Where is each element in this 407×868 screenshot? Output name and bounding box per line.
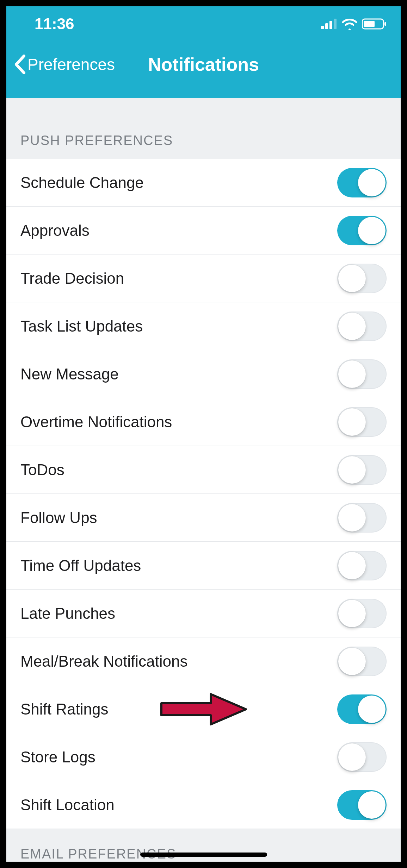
toggle-switch[interactable] [337,551,387,580]
back-button[interactable]: Preferences [13,55,115,74]
section-header-email: EMAIL PREFERENCES [6,829,401,862]
setting-label: Schedule Change [20,174,144,191]
setting-row: New Message [6,350,401,398]
setting-row: Shift Ratings [6,685,401,733]
status-icons [321,18,387,30]
setting-row: Shift Location [6,781,401,829]
setting-row: Approvals [6,207,401,254]
home-indicator [140,853,267,857]
toggle-switch[interactable] [337,216,387,245]
toggle-knob [338,313,366,340]
toggle-switch[interactable] [337,694,387,724]
toggle-knob [338,648,366,675]
setting-row: Schedule Change [6,159,401,207]
toggle-switch[interactable] [337,790,387,820]
setting-label: Task List Updates [20,317,143,335]
setting-label: ToDos [20,461,64,479]
setting-label: Approvals [20,222,90,239]
content: PUSH PREFERENCES Schedule ChangeApproval… [6,98,401,862]
battery-icon [362,18,387,30]
setting-row: Trade Decision [6,254,401,302]
setting-label: Store Logs [20,748,95,766]
toggle-knob [338,743,366,771]
back-label: Preferences [27,55,115,74]
setting-label: Meal/Break Notifications [20,653,187,670]
toggle-switch[interactable] [337,312,387,341]
setting-row: Store Logs [6,733,401,781]
svg-rect-1 [325,23,328,29]
toggle-knob [338,552,366,579]
nav-bar: Preferences Notifications [6,42,401,98]
toggle-switch[interactable] [337,599,387,628]
setting-label: Shift Ratings [20,700,108,718]
toggle-knob [358,791,386,819]
setting-row: Late Punches [6,590,401,637]
setting-row: Follow Ups [6,494,401,542]
toggle-knob [338,504,366,532]
cellular-icon [321,19,337,29]
toggle-switch[interactable] [337,742,387,772]
toggle-switch[interactable] [337,407,387,437]
svg-rect-6 [384,22,386,26]
setting-label: Trade Decision [20,270,124,287]
toggle-knob [338,456,366,484]
toggle-knob [358,217,386,244]
toggle-switch[interactable] [337,264,387,293]
toggle-knob [338,360,366,388]
svg-rect-5 [364,21,375,27]
setting-label: New Message [20,365,119,383]
toggle-switch[interactable] [337,647,387,676]
svg-rect-2 [329,21,332,29]
setting-row: Overtime Notifications [6,398,401,446]
toggle-switch[interactable] [337,503,387,533]
svg-rect-3 [334,19,337,29]
setting-label: Overtime Notifications [20,413,172,431]
status-bar: 11:36 [6,6,401,42]
annotation-arrow-icon [158,690,249,729]
toggle-knob [338,265,366,292]
setting-label: Shift Location [20,796,115,814]
toggle-switch[interactable] [337,168,387,197]
push-preferences-list: Schedule ChangeApprovalsTrade DecisionTa… [6,159,401,829]
chevron-left-icon [13,55,26,74]
setting-row: Time Off Updates [6,542,401,590]
toggle-knob [358,169,386,196]
setting-row: Task List Updates [6,302,401,350]
setting-row: ToDos [6,446,401,494]
toggle-knob [338,408,366,436]
setting-label: Follow Ups [20,509,97,527]
toggle-knob [338,600,366,627]
svg-rect-0 [321,26,324,29]
setting-label: Time Off Updates [20,557,141,574]
setting-label: Late Punches [20,605,115,622]
toggle-switch[interactable] [337,359,387,389]
toggle-knob [358,696,386,723]
setting-row: Meal/Break Notifications [6,637,401,685]
wifi-icon [341,18,358,30]
section-header-push: PUSH PREFERENCES [6,98,401,159]
status-time: 11:36 [35,15,74,33]
toggle-switch[interactable] [337,455,387,485]
